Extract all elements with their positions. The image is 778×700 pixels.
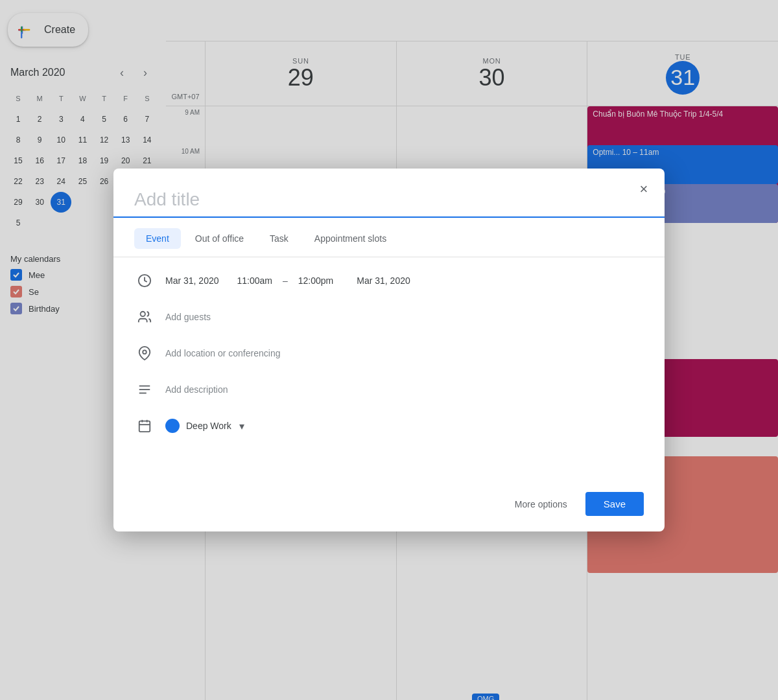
clock-icon — [134, 270, 155, 291]
tab-appointment-slots[interactable]: Appointment slots — [303, 228, 398, 249]
guests-icon — [134, 307, 155, 327]
svg-rect-11 — [139, 421, 150, 432]
date-time-display: Mar 31, 2020 11:00am – 12:00pm Mar 31, 2… — [165, 275, 410, 286]
tab-event[interactable]: Event — [134, 228, 181, 249]
guests-field[interactable]: Add guests — [165, 312, 644, 322]
location-row: Add location or conferencing — [134, 343, 644, 364]
event-creation-modal: × Event Out of office Task Appointment s… — [113, 169, 665, 531]
tab-out-of-office[interactable]: Out of office — [183, 228, 255, 249]
description-icon — [134, 379, 155, 400]
calendar-name: Deep Work — [186, 421, 231, 431]
start-time[interactable]: 11:00am — [237, 275, 272, 286]
calendar-selector-row: Deep Work ▾ — [134, 415, 644, 436]
tab-task[interactable]: Task — [258, 228, 300, 249]
calendar-icon — [134, 415, 155, 436]
close-icon: × — [640, 181, 648, 198]
location-field[interactable]: Add location or conferencing — [165, 348, 644, 358]
end-date[interactable]: Mar 31, 2020 — [357, 275, 410, 286]
modal-overlay: × Event Out of office Task Appointment s… — [0, 0, 778, 700]
calendar-selector[interactable]: Deep Work ▾ — [165, 419, 244, 433]
description-row: Add description — [134, 379, 644, 400]
calendar-color-dot — [165, 419, 180, 433]
modal-body: Mar 31, 2020 11:00am – 12:00pm Mar 31, 2… — [113, 257, 665, 482]
end-time[interactable]: 12:00pm — [298, 275, 333, 286]
svg-point-7 — [143, 350, 147, 354]
modal-close-button[interactable]: × — [632, 178, 655, 201]
location-icon — [134, 343, 155, 364]
time-separator: – — [283, 275, 288, 286]
guests-row: Add guests — [134, 307, 644, 327]
event-title-input[interactable] — [113, 169, 665, 218]
start-date[interactable]: Mar 31, 2020 — [165, 275, 219, 286]
description-field[interactable]: Add description — [165, 384, 644, 395]
more-options-button[interactable]: More options — [504, 494, 578, 515]
modal-footer: More options Save — [113, 482, 665, 531]
dropdown-arrow-icon: ▾ — [239, 420, 244, 432]
datetime-row: Mar 31, 2020 11:00am – 12:00pm Mar 31, 2… — [134, 270, 644, 291]
save-button[interactable]: Save — [585, 492, 644, 516]
svg-point-6 — [141, 312, 145, 316]
event-type-tabs: Event Out of office Task Appointment slo… — [113, 218, 665, 249]
